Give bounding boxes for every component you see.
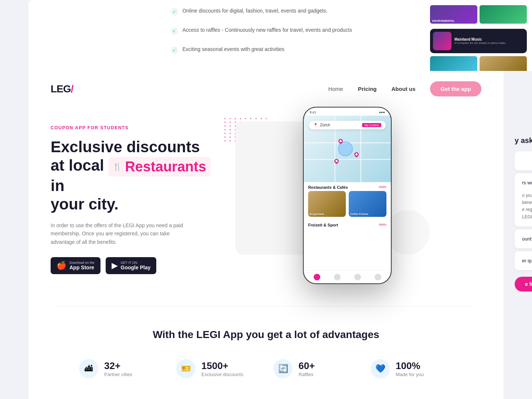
- card-label-1: Burgerbank: [310, 213, 324, 215]
- google-play-button[interactable]: ▶ GET IT ON Google Play: [106, 257, 157, 274]
- card-label-2: Coffee Friends: [350, 213, 368, 215]
- check-icon-2: ✓: [171, 27, 178, 35]
- faq-item-2: rs work? ⌃ o you need a paid membership.…: [515, 173, 532, 226]
- coupon-label: COUPON APP FOR STUDENTS: [51, 125, 213, 130]
- stats-row: 🏙 32+ Partner cities 🎫 1500+ Exclusive d…: [79, 359, 453, 378]
- raffles-text: 60+ Raffles: [299, 360, 315, 377]
- features-list: ✓ Online discounts for digital, fashion,…: [171, 7, 352, 60]
- fitness-header: Freizeit & Sport Mehr: [304, 220, 391, 229]
- dot-3: [240, 118, 241, 119]
- hero-right: // Inline script to generate dots (funct…: [213, 114, 481, 284]
- nav-about[interactable]: About us: [391, 86, 415, 92]
- main-card: LEG/ Home Pricing About us Get the app C…: [28, 71, 504, 399]
- faq-panel: y asked questions ⌄ rs work? ⌃: [515, 136, 532, 291]
- phone-nav-fav[interactable]: [354, 274, 361, 280]
- feature-text-1: Online discounts for digital, fashion, t…: [183, 7, 328, 15]
- phone-nav: [304, 270, 391, 283]
- dot-2: [235, 118, 236, 119]
- dot-9: [224, 122, 226, 123]
- signal-icons: ●●●: [379, 110, 385, 114]
- hero-title: Exclusive discountsat local 🍴 Restaurant…: [51, 138, 213, 214]
- dot-19: [229, 125, 231, 127]
- map-pin-2: [353, 151, 359, 158]
- google-icon: ▶: [112, 261, 118, 270]
- check-icon-3: ✓: [171, 47, 178, 54]
- time-display: 9:41: [310, 110, 316, 114]
- google-play-sub: GET IT ON: [121, 261, 151, 265]
- location-icon: 📍: [313, 123, 318, 127]
- faq-q3-text: ount?: [522, 236, 532, 242]
- dot-11: [235, 122, 236, 123]
- made-icon: 💙: [371, 359, 390, 378]
- phone-status-bar: 9:41 ●●●: [304, 108, 391, 116]
- faq-question-4[interactable]: er questions? ⌄: [515, 251, 532, 270]
- feature-text-3: Exciting seasonal events with great acti…: [183, 46, 284, 53]
- feature-item-3: ✓ Exciting seasonal events with great ac…: [171, 46, 352, 54]
- google-play-main: Google Play: [121, 265, 151, 270]
- card-burgerbank: Burgerbank: [308, 191, 346, 217]
- phone-map: 📍 Zürich My Cuisine: [304, 116, 391, 182]
- card-coffee: Coffee Friends: [349, 191, 386, 217]
- fitness-label: Freizeit & Sport: [308, 223, 338, 227]
- discounts-number: 1500+: [201, 360, 243, 372]
- get-app-button[interactable]: Get the app: [430, 81, 481, 96]
- discounts-label: Exclusive discounts: [201, 372, 243, 377]
- faq-question-1[interactable]: ⌄: [515, 151, 532, 170]
- map-location-bar: 📍 Zürich My Cuisine: [309, 121, 386, 129]
- hero-badge: 🍴 Restaurants: [108, 157, 211, 177]
- app-store-button[interactable]: 🍎 Download on the App Store: [51, 257, 100, 274]
- app-store-main: App Store: [69, 265, 95, 270]
- nav-home[interactable]: Home: [328, 86, 343, 92]
- advantages-title: With the LEGI App you get a lot of advan…: [79, 329, 453, 341]
- check-icon-1: ✓: [171, 8, 178, 16]
- logo: LEG/: [51, 83, 73, 95]
- app-store-text: Download on the App Store: [69, 261, 95, 270]
- advantages-section: With the LEGI App you get a lot of advan…: [57, 306, 475, 399]
- phone-mockup: 9:41 ●●●: [303, 107, 392, 284]
- stat-discounts: 🎫 1500+ Exclusive discounts: [176, 359, 259, 378]
- app-store-sub: Download on the: [69, 261, 95, 265]
- dot-54: [224, 140, 226, 141]
- faq-title: y asked questions: [515, 136, 532, 145]
- page-wrapper: ✓ Online discounts for digital, fashion,…: [0, 0, 532, 399]
- hero-title-part2: inyour city.: [51, 177, 119, 213]
- dot-6: [255, 118, 257, 119]
- full-faq-button[interactable]: e full FAQ: [515, 277, 532, 291]
- phone-screen: 9:41 ●●●: [304, 108, 391, 283]
- city-badge: My Cuisine: [362, 123, 381, 127]
- store-buttons: 🍎 Download on the App Store ▶ GET IT ON …: [51, 257, 213, 274]
- stat-raffles: 🔄 60+ Raffles: [273, 359, 356, 378]
- fitness-more: Mehr: [379, 223, 386, 227]
- logo-slash: /: [71, 83, 74, 95]
- faq-title-text: y asked questions: [515, 136, 532, 144]
- deco-circle: [385, 210, 430, 255]
- faq-answer-2: o you need a paid membership. Once you a…: [515, 192, 532, 226]
- faq-question-3[interactable]: ount? ⌄: [515, 229, 532, 248]
- feature-text-2: Access to raffles - Continuously new raf…: [183, 27, 352, 34]
- phone-nav-search[interactable]: [334, 274, 341, 280]
- dot-55: [229, 140, 231, 141]
- hero-section: COUPON APP FOR STUDENTS Exclusive discou…: [28, 107, 504, 306]
- dot-10: [229, 122, 231, 123]
- discounts-text: 1500+ Exclusive discounts: [201, 360, 243, 377]
- dot-0: [224, 118, 226, 119]
- phone-nav-profile[interactable]: [375, 274, 381, 280]
- navbar: LEG/ Home Pricing About us Get the app: [28, 71, 504, 107]
- stat-cities: 🏙 32+ Partner cities: [79, 359, 161, 378]
- hero-badge-text: Restaurants: [125, 158, 206, 175]
- made-label: Made for you: [396, 372, 424, 377]
- raffles-icon: 🔄: [273, 359, 293, 378]
- faq-question-2[interactable]: rs work? ⌃: [515, 173, 532, 192]
- dot-27: [224, 129, 226, 130]
- nav-pricing[interactable]: Pricing: [358, 86, 377, 92]
- cities-text: 32+ Partner cities: [104, 360, 132, 377]
- apple-icon: 🍎: [57, 261, 66, 270]
- cities-icon: 🏙: [79, 359, 98, 378]
- phone-content: Restaurants & Cafés Mehr Burgerbank: [304, 182, 391, 270]
- map-city: Zürich: [320, 123, 330, 127]
- phone-nav-home[interactable]: [314, 274, 320, 280]
- google-play-text: GET IT ON Google Play: [121, 261, 151, 270]
- event-desc: 2+2 Karten für ein Drake in deino Hallo: [454, 41, 505, 45]
- restaurants-label: Restaurants & Cafés: [308, 185, 348, 190]
- dot-18: [224, 125, 226, 127]
